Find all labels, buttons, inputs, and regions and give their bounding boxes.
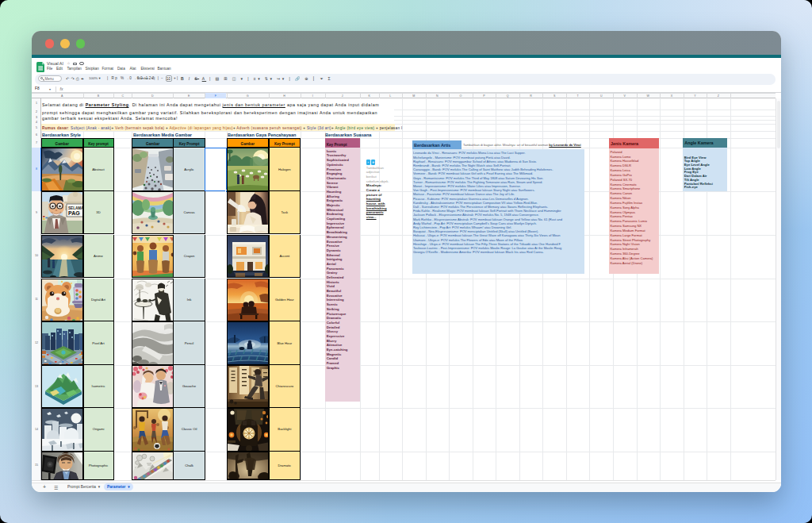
svg-text:SELAMA: SELAMA (68, 206, 84, 210)
svg-text:PAG: PAG (68, 210, 80, 216)
